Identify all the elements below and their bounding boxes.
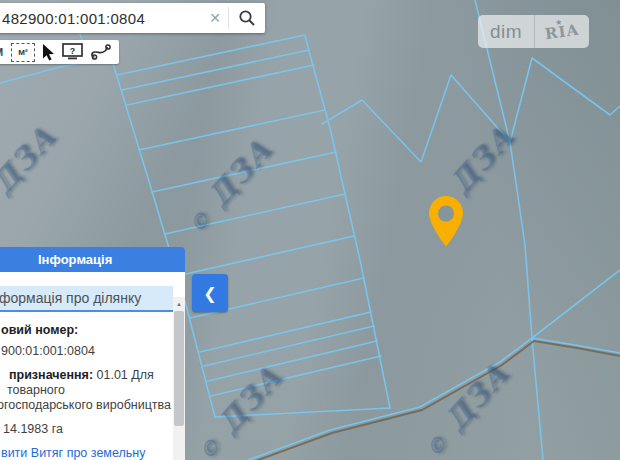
field-area: 14.1983 га (2, 422, 173, 437)
help-monitor-icon[interactable]: ? (62, 42, 83, 62)
field-cadastral-number-label: овий номер: (0, 323, 173, 338)
measure-distance-icon[interactable]: M (0, 42, 4, 62)
route-measure-icon[interactable] (90, 42, 112, 62)
field-cadastral-number-value: 900:01:001:0804 (0, 344, 173, 359)
measure-area-icon[interactable]: M² (11, 43, 35, 62)
cadastral-search-bar: ✕ (0, 3, 265, 33)
svg-text:?: ? (70, 46, 76, 56)
pointer-cursor-icon[interactable] (42, 42, 55, 62)
map-tools-toolbar: M M² ? (0, 40, 119, 64)
info-panel: Інформація формація про ділянку овий ном… (0, 247, 185, 460)
field-purpose-line2: товарного (6, 383, 173, 398)
info-panel-header[interactable]: Інформація (0, 247, 185, 272)
dim-ria-logo: dim ★ RIA (478, 15, 589, 48)
search-icon (238, 9, 256, 27)
marker-pin-icon (429, 196, 463, 247)
info-panel-body: формація про ділянку овий номер: 900:01:… (0, 272, 185, 460)
field-purpose-line3: огосподарського виробництва (0, 398, 173, 413)
search-button[interactable] (229, 3, 265, 33)
link-order-extract[interactable]: вити Витяг про земельну (0, 446, 173, 460)
scrollbar-thumb[interactable] (174, 311, 184, 426)
panel-scrollbar[interactable]: ▲ (173, 297, 185, 460)
search-input[interactable] (0, 3, 202, 33)
chevron-left-icon: ❮ (203, 284, 216, 303)
scrollbar-up-icon[interactable]: ▲ (173, 297, 185, 310)
dim-logo-text: dim (478, 15, 534, 48)
location-marker-pin[interactable] (429, 196, 463, 247)
ria-logo-text: ★ RIA (535, 15, 589, 48)
field-purpose: призначення: 01.01 Для (8, 368, 173, 383)
tab-parcel-info[interactable]: формація про ділянку (0, 286, 173, 312)
clear-search-icon[interactable]: ✕ (202, 10, 228, 26)
collapse-panel-button[interactable]: ❮ (192, 274, 228, 312)
